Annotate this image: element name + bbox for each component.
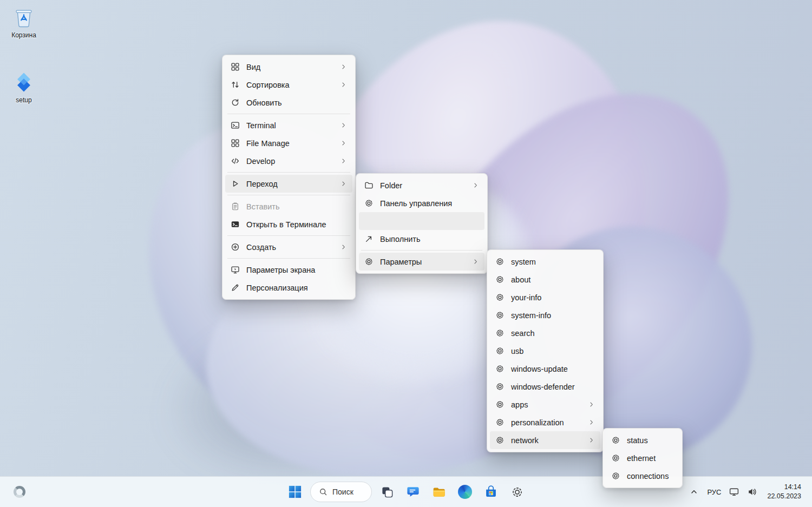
menu-item-search[interactable]: search <box>490 324 600 342</box>
chat-icon <box>406 485 420 499</box>
clock-time: 14:14 <box>767 483 801 492</box>
menu-item-windows-defender[interactable]: windows-defender <box>490 378 600 396</box>
taskbar-clock[interactable]: 14:14 22.05.2023 <box>763 483 806 501</box>
menu-item-label: Открыть в Терминале <box>246 220 326 229</box>
context-submenu-network: statusethernetconnections <box>603 428 683 488</box>
menu-separator <box>227 195 350 195</box>
setup-diamond-icon <box>11 69 37 95</box>
corner-ring-icon <box>14 486 25 498</box>
menu-item-label: usb <box>511 347 523 355</box>
gear-icon <box>611 453 620 463</box>
menu-item-label: Персонализация <box>246 284 308 292</box>
menu-item-about[interactable]: about <box>490 271 600 288</box>
chevron-right-icon <box>340 122 347 129</box>
menu-item-develop[interactable]: Develop <box>225 152 352 170</box>
menu-item-file-manage[interactable]: File Manage <box>225 134 352 152</box>
store-button[interactable] <box>480 481 502 503</box>
gear-icon <box>495 418 505 427</box>
menu-item-create[interactable]: Создать <box>225 238 352 256</box>
grid-icon <box>231 139 240 148</box>
menu-item-refresh[interactable]: Обновить <box>225 94 352 111</box>
chat-button[interactable] <box>402 481 424 503</box>
menu-item-apps[interactable]: apps <box>490 396 600 413</box>
network-icon <box>729 486 739 497</box>
menu-item-personalization[interactable]: personalization <box>490 413 600 431</box>
menu-item-display-settings[interactable]: Параметры экрана <box>225 261 352 279</box>
gear-icon <box>510 485 524 499</box>
volume-tray-button[interactable] <box>744 482 761 502</box>
menu-item-control-panel[interactable]: Панель управления <box>359 194 484 212</box>
file-explorer-icon <box>432 485 446 499</box>
desktop-icon-label: setup <box>16 96 31 104</box>
menu-item-parametry[interactable]: Параметры <box>359 253 484 271</box>
network-tray-button[interactable] <box>726 482 742 502</box>
menu-item-system[interactable]: system <box>490 253 600 271</box>
menu-item-label: Folder <box>380 181 402 190</box>
edge-icon <box>458 485 472 499</box>
menu-item-view[interactable]: Вид <box>225 58 352 76</box>
gear-icon <box>495 328 505 338</box>
task-view-button[interactable] <box>376 481 398 503</box>
menu-item-connections[interactable]: connections <box>606 467 679 485</box>
menu-item-windows-update[interactable]: windows-update <box>490 360 600 378</box>
menu-item-label: Выполнить <box>380 235 420 243</box>
language-indicator[interactable]: РУС <box>704 482 724 502</box>
menu-item-perekhod[interactable]: Переход <box>225 175 352 193</box>
menu-item-personalization[interactable]: Персонализация <box>225 279 352 297</box>
menu-item-folder[interactable]: Folder <box>359 176 484 194</box>
chevron-right-icon <box>340 157 347 164</box>
store-icon <box>484 485 498 499</box>
menu-item-paste[interactable]: Вставить <box>225 197 352 215</box>
menu-item-run[interactable]: Выполнить <box>359 230 484 248</box>
menu-item-status[interactable]: status <box>606 431 679 449</box>
code-icon <box>231 156 240 166</box>
menu-item-network[interactable]: network <box>490 431 600 449</box>
desktop-icon-recycle-bin[interactable]: Корзина <box>1 4 47 39</box>
chevron-right-icon <box>472 258 479 265</box>
file-explorer-button[interactable] <box>428 481 450 503</box>
taskbar-search[interactable]: Поиск <box>310 482 372 502</box>
menu-item-label: Develop <box>246 157 275 166</box>
taskbar-corner-button[interactable] <box>9 481 30 503</box>
search-icon <box>319 488 328 496</box>
menu-item-label: search <box>511 329 535 338</box>
menu-item-label: Вид <box>246 63 260 71</box>
tray-overflow-button[interactable] <box>686 482 702 502</box>
chevron-right-icon <box>472 182 479 189</box>
chevron-up-icon <box>690 488 698 496</box>
chevron-right-icon <box>340 243 347 251</box>
menu-item-terminal[interactable]: Terminal <box>225 116 352 134</box>
brush-icon <box>231 283 240 292</box>
gear-icon <box>495 257 505 266</box>
menu-item-your-info[interactable]: your-info <box>490 288 600 306</box>
windows-logo-icon <box>289 485 302 498</box>
recycle-bin-icon <box>11 4 37 30</box>
menu-item-label: about <box>511 275 531 284</box>
menu-item-label: Параметры <box>380 258 422 266</box>
display-icon <box>231 265 240 274</box>
menu-item-sort[interactable]: Сортировка <box>225 76 352 94</box>
edge-button[interactable] <box>454 481 476 503</box>
settings-button[interactable] <box>506 481 528 503</box>
desktop-icon-label: Корзина <box>11 31 36 39</box>
menu-item-label: Панель управления <box>380 199 452 208</box>
gear-icon <box>495 275 505 284</box>
menu-item-ethernet[interactable]: ethernet <box>606 449 679 467</box>
grid-icon <box>231 62 240 71</box>
menu-item-label: Terminal <box>246 121 276 130</box>
gear-icon <box>495 400 505 409</box>
gear-icon <box>495 364 505 373</box>
start-button[interactable] <box>284 481 306 503</box>
chevron-right-icon <box>340 140 347 147</box>
clock-date: 22.05.2023 <box>767 492 801 501</box>
speaker-icon <box>747 486 758 497</box>
gear-icon <box>495 293 505 302</box>
menu-separator <box>227 114 350 114</box>
menu-item-system-info[interactable]: system-info <box>490 306 600 324</box>
gear-icon <box>611 471 620 480</box>
desktop-icon-setup[interactable]: setup <box>1 69 47 104</box>
menu-item-usb[interactable]: usb <box>490 342 600 360</box>
menu-item-open-terminal[interactable]: Открыть в Терминале <box>225 215 352 233</box>
run-icon <box>364 234 374 243</box>
terminal-icon <box>231 121 240 130</box>
